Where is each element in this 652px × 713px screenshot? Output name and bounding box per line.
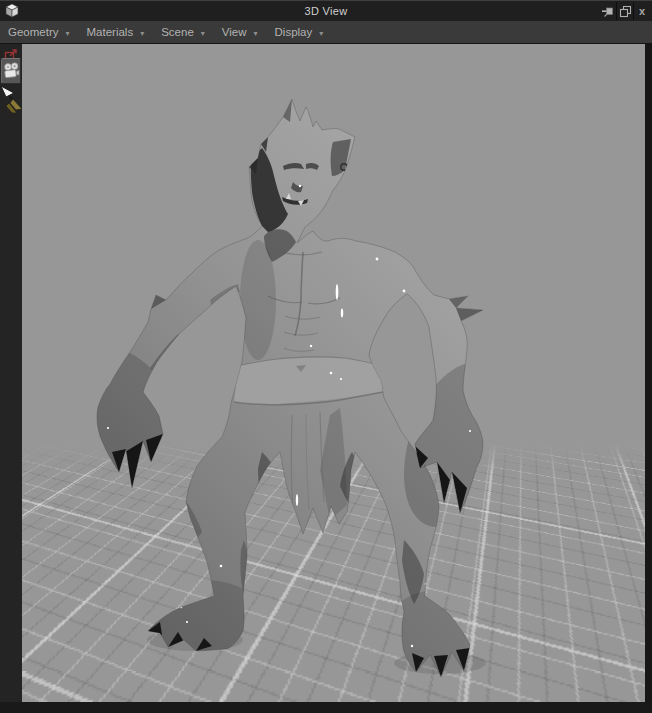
menu-view-label: View [222,26,247,38]
menu-view[interactable]: View ▾ [222,26,258,38]
titlebar: 3D View x [0,0,652,21]
close-button[interactable]: x [633,2,650,20]
menu-scene-label: Scene [161,26,194,38]
menu-materials[interactable]: Materials ▾ [87,26,145,38]
dart-cursor [0,85,26,117]
menu-geometry[interactable]: Geometry ▾ [8,26,70,38]
close-icon: x [639,6,645,17]
menu-display[interactable]: Display ▾ [275,26,324,38]
menu-scene[interactable]: Scene ▾ [161,26,205,38]
menubar: Geometry ▾ Materials ▾ Scene ▾ View ▾ Di… [0,21,652,44]
restore-button[interactable] [616,2,633,20]
pin-icon [601,5,614,18]
3d-viewport[interactable] [22,44,645,702]
menu-geometry-label: Geometry [8,26,59,38]
cube-icon [4,3,20,19]
menu-materials-label: Materials [87,26,134,38]
right-panel-border [645,44,652,702]
chevron-down-icon: ▾ [201,29,205,38]
window-title: 3D View [0,5,652,17]
chevron-down-icon: ▾ [66,29,70,38]
bottom-bar [0,702,652,713]
left-toolbar [0,44,22,702]
window-controls: x [599,1,650,21]
camera-icon [2,59,20,83]
chevron-down-icon: ▾ [254,29,258,38]
chevron-down-icon: ▾ [319,29,323,38]
menu-display-label: Display [275,26,313,38]
3d-view-window: 3D View x Geometry ▾ [0,0,652,713]
pin-button[interactable] [599,2,616,20]
restore-icon [619,5,632,18]
chevron-down-icon: ▾ [140,29,144,38]
goblin-model[interactable] [22,44,645,702]
camera-button[interactable] [1,58,21,84]
content-area [0,44,652,702]
